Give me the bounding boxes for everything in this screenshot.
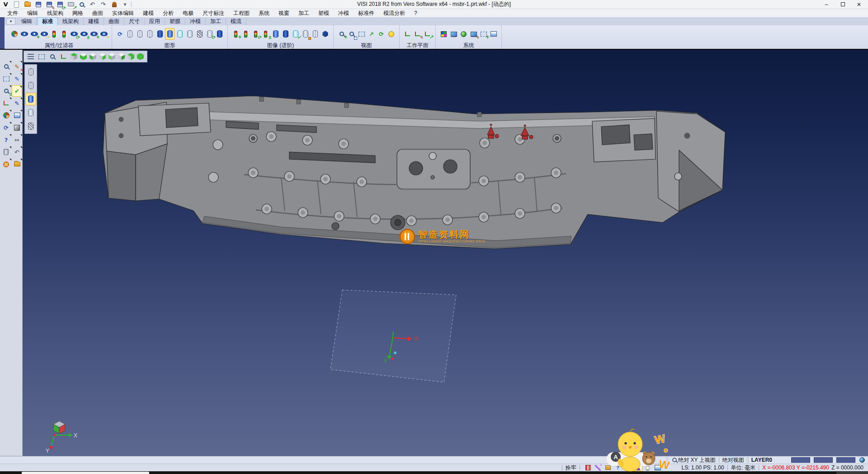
save-file-icon[interactable] bbox=[33, 0, 43, 10]
hiddenline-display-icon[interactable] bbox=[135, 28, 145, 40]
pan-view-icon[interactable]: ↗ bbox=[367, 28, 376, 40]
cad-model[interactable] bbox=[103, 96, 725, 249]
wireframe-display-icon[interactable] bbox=[125, 28, 135, 40]
ribbon-tab[interactable]: 尺寸 bbox=[124, 18, 145, 25]
taskbar-search-box[interactable] bbox=[22, 472, 149, 474]
preview-icon[interactable] bbox=[77, 0, 86, 10]
minimize-button[interactable]: – bbox=[818, 0, 835, 9]
strip-hatch-icon[interactable] bbox=[25, 120, 36, 133]
workplane-preview[interactable]: X Y bbox=[330, 290, 456, 382]
hide-entities-icon[interactable] bbox=[39, 28, 49, 40]
redo-icon[interactable]: ↷ bbox=[99, 0, 108, 10]
shaded-dark-display-icon[interactable] bbox=[155, 28, 165, 40]
layer-window-icon[interactable] bbox=[12, 109, 22, 121]
ribbon-tab[interactable]: 线架构 bbox=[58, 18, 84, 25]
layer-color-swatch[interactable] bbox=[814, 457, 833, 463]
ribbon-tab[interactable]: 加工 bbox=[206, 18, 226, 25]
menu-item[interactable]: 系统 bbox=[254, 9, 274, 18]
refresh-visibility-icon[interactable] bbox=[69, 28, 79, 40]
ribbon-tab[interactable]: 冲模 bbox=[185, 18, 206, 25]
multi-display-icon[interactable] bbox=[205, 28, 214, 40]
ribbon-tab[interactable]: 标准 bbox=[37, 17, 58, 25]
clip-display-icon[interactable] bbox=[301, 28, 310, 40]
eye-view-icon[interactable] bbox=[387, 28, 396, 40]
menu-item[interactable]: 视窗 bbox=[274, 9, 294, 18]
spline-pencil-icon[interactable]: ✎ bbox=[12, 97, 22, 109]
shaded-display-icon[interactable] bbox=[165, 28, 175, 40]
select-window-icon[interactable] bbox=[37, 52, 47, 62]
magic-wand-icon[interactable] bbox=[594, 465, 603, 471]
menu-item[interactable]: 塑模 bbox=[314, 9, 334, 18]
view-top-cube-icon[interactable] bbox=[70, 53, 78, 61]
undo-action-icon[interactable]: ↶ bbox=[12, 146, 22, 158]
strip-shaded-icon[interactable] bbox=[25, 93, 36, 105]
rotate-view-icon[interactable]: ⟳ bbox=[377, 28, 386, 40]
solid-display-icon[interactable] bbox=[271, 28, 280, 40]
zoom-window-view-icon[interactable] bbox=[347, 28, 356, 40]
filter-traffic-pair-icon[interactable] bbox=[59, 28, 69, 40]
delete-trash-icon[interactable] bbox=[1, 146, 11, 158]
menu-item[interactable]: 加工 bbox=[294, 9, 314, 18]
show-entities-icon[interactable] bbox=[29, 28, 39, 40]
attributes-brush-icon[interactable] bbox=[9, 28, 19, 40]
close-button[interactable]: ✕ bbox=[851, 0, 867, 9]
ribbon-tab[interactable]: 曲面 bbox=[104, 18, 124, 25]
zoom-scale-icon[interactable] bbox=[1, 85, 11, 97]
display-list-icon[interactable] bbox=[26, 52, 36, 62]
regen-view-icon[interactable]: ⟳ bbox=[1, 122, 11, 133]
faceted-sphere-icon[interactable] bbox=[321, 28, 330, 40]
snap-grid-icon[interactable] bbox=[584, 465, 593, 471]
ribbon-tab[interactable]: 模流 bbox=[226, 18, 246, 25]
photo-view-icon[interactable] bbox=[19, 28, 29, 40]
zoom-fly-icon[interactable] bbox=[1, 61, 11, 72]
invert-visibility-icon[interactable] bbox=[79, 28, 89, 40]
advanced-refresh-icon[interactable] bbox=[251, 28, 260, 40]
strip-flat-icon[interactable] bbox=[25, 106, 36, 119]
hatch-display-icon[interactable] bbox=[195, 28, 204, 40]
approval-stamp-icon[interactable] bbox=[109, 0, 119, 10]
viewport-3d[interactable]: X Y X Y bbox=[0, 50, 868, 456]
attributes-palette-icon[interactable] bbox=[1, 109, 11, 121]
ribbon-tab[interactable]: 应用 bbox=[145, 18, 165, 25]
zoom-dynamic-icon[interactable] bbox=[47, 52, 57, 62]
lock-toggle[interactable]: 拴牢 bbox=[566, 464, 576, 472]
system-windows-icon[interactable] bbox=[469, 28, 478, 40]
ucs-axes-icon[interactable] bbox=[1, 97, 11, 109]
workplane-align-icon[interactable] bbox=[423, 28, 432, 40]
view-iso-cube-icon[interactable] bbox=[127, 53, 135, 61]
info-help-icon[interactable]: ? bbox=[1, 134, 11, 146]
ribbon-tab[interactable]: 建模 bbox=[84, 18, 104, 25]
open-project-icon[interactable] bbox=[12, 158, 22, 170]
world-globe-icon[interactable] bbox=[858, 457, 866, 464]
strip-wireframe-icon[interactable] bbox=[25, 66, 36, 78]
filter-traffic-icon[interactable] bbox=[49, 28, 59, 40]
advanced-toggle-icon[interactable] bbox=[261, 28, 270, 40]
layer-indicator[interactable]: LAYER0 bbox=[751, 457, 772, 463]
view-left-cube-icon[interactable] bbox=[89, 53, 97, 61]
select-frame-icon[interactable] bbox=[1, 73, 11, 85]
units-indicator[interactable]: 单位: 毫米 bbox=[731, 464, 756, 472]
cplane-axes-icon[interactable] bbox=[58, 52, 68, 62]
confirm-check-icon[interactable]: ✔ bbox=[12, 85, 22, 97]
measure-distance-icon[interactable]: ↔ bbox=[12, 134, 22, 146]
absolute-view-indicator[interactable]: 绝对视图 bbox=[722, 456, 744, 464]
check-display-icon[interactable] bbox=[291, 28, 300, 40]
menu-item[interactable]: 工程图 bbox=[229, 9, 254, 18]
menu-item[interactable]: 冲模 bbox=[334, 9, 354, 18]
advanced-traffic-icon[interactable] bbox=[241, 28, 250, 40]
flat-display-icon[interactable] bbox=[185, 28, 194, 40]
view-back-cube-icon[interactable] bbox=[118, 53, 125, 61]
edit-curve-icon[interactable]: ✎ bbox=[12, 73, 22, 85]
view-mode-indicator[interactable]: 绝对 XY 上视图 bbox=[678, 456, 715, 464]
toolbar-options-chevron-icon[interactable]: ▾ bbox=[120, 0, 130, 10]
system-select-icon[interactable] bbox=[479, 28, 488, 40]
zoom-plus-view-icon[interactable] bbox=[337, 28, 346, 40]
view-front-cube-icon[interactable] bbox=[108, 53, 116, 61]
menu-item[interactable]: 电极 bbox=[178, 9, 198, 18]
layer-color-swatch[interactable] bbox=[836, 457, 855, 463]
advanced-filter-icon[interactable] bbox=[231, 28, 241, 40]
zoom-extents-icon[interactable] bbox=[357, 28, 366, 40]
system-grid-icon[interactable] bbox=[489, 28, 498, 40]
transparent-display-icon[interactable] bbox=[175, 28, 184, 40]
menu-item[interactable]: 模流分析 bbox=[379, 9, 410, 18]
